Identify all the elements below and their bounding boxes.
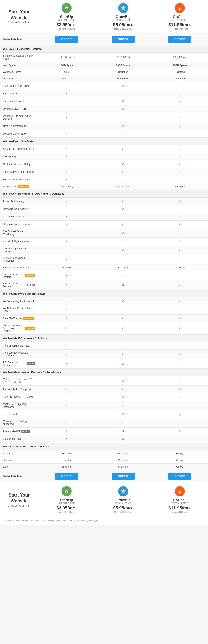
table-row: MySQL & PostgreSQL Databases✓✓✓ <box>0 401 208 410</box>
check-icon: ✓ <box>178 132 181 136</box>
check-icon: ✓ <box>122 215 124 218</box>
bottom-order-growbig-button[interactable]: ORDER <box>112 472 134 480</box>
bottom-plan-growbig: ⭐ GrowBig SPECIAL PRICE $5.95/mo. Regula… <box>95 483 151 516</box>
top-order-growbig: ORDER <box>95 34 151 45</box>
feature-cell-2-3-0: ✓ <box>38 220 95 228</box>
feature-name-0-3: Data Transfer <box>0 76 38 82</box>
feature-cell-0-0-0: ~ 10,000 Visits <box>38 53 95 62</box>
title-cell: Start Your Website Choose Your Plan <box>0 0 38 33</box>
feature-name-5-0: Multiple PHP Versions (7.2, 7.1, 7.0 and… <box>0 376 38 385</box>
feature-cell-0-3-2: Unmetered <box>151 76 208 82</box>
feature-cell-0-7-0: ✓ <box>38 105 95 112</box>
top-order-row: Order This Plan ORDER ORDER ORDER <box>0 33 208 45</box>
check-icon: ✓ <box>178 116 181 120</box>
table-row: Free Let's Encrypt SSL Certificates✓✓✓ <box>0 350 208 359</box>
table-row: PCI Compliant ServersGEEKY✗✗✓ <box>0 359 208 368</box>
feature-name-2-6: Proactive updates and patches <box>0 245 38 254</box>
table-row: LXC-based stability✓✓✓ <box>0 213 208 220</box>
check-icon: ✓ <box>178 352 181 356</box>
check-icon: ✓ <box>122 344 124 348</box>
bottom-order-startup: ORDER <box>38 470 95 482</box>
table-row: The Fastest Server Monitoring✓✓✓ <box>0 228 208 238</box>
feature-cell-3-3-0: ✗ <box>38 322 95 334</box>
feature-name-2-4: The Fastest Server Monitoring <box>0 228 38 238</box>
main-title-line1: Start Your Website <box>3 9 35 20</box>
check-icon: ✓ <box>65 162 68 166</box>
feature-cell-2-1-2: ✓ <box>151 205 208 213</box>
feature-cell-0-6-0: ✓ <box>38 98 95 105</box>
section-header-3: We Provide More Support, Faster! <box>0 290 208 298</box>
feature-cell-0-2-1: Unlimited <box>95 69 151 75</box>
feature-cell-4-2-1: ✗ <box>95 359 151 368</box>
gogeek-regular: Regular $34.95/mo. <box>153 28 206 30</box>
feature-name-3-1: We Help Via Phone, Chat & Tickets <box>0 305 38 314</box>
growbig-name: GrowBig <box>97 15 149 19</box>
feature-cell-6-1-1: Premium <box>95 457 151 464</box>
table-row: Free Backups on DemandGEEKY✗✗✓ <box>0 280 208 290</box>
feature-cell-3-1-0: ✓ <box>38 305 95 314</box>
feature-cell-2-4-0: ✓ <box>38 228 95 238</box>
bottom-order-growbig: ORDER <box>95 470 151 482</box>
top-order-startup-button[interactable]: ORDER <box>55 36 78 43</box>
bottom-order-startup-button[interactable]: ORDER <box>55 472 78 480</box>
cross-icon: ✗ <box>65 362 68 366</box>
cross-icon: ✗ <box>65 326 68 330</box>
check-icon: ✓ <box>122 99 124 103</box>
feature-cell-0-9-1: ✓ <box>95 122 151 130</box>
table-row: Power Redundancy✓✓✓ <box>0 198 208 205</box>
feature-cell-2-4-1: ✓ <box>95 228 151 238</box>
check-icon: ✓ <box>122 308 124 312</box>
feature-cell-2-1-1: ✓ <box>95 205 151 213</box>
section-title-1: We Load Your Site Faster <box>0 138 208 145</box>
startup-special-label: SPECIAL PRICE <box>40 19 93 21</box>
top-order-gogeek-button[interactable]: ORDER <box>168 36 191 43</box>
feature-cell-5-4-1: ✓ <box>95 410 151 418</box>
feature-cell-2-8-2: 30 Copies <box>151 264 208 271</box>
feature-name-4-1: Free Let's Encrypt SSL Certificates <box>0 350 38 359</box>
table-row: Free CDN with Each Account✓✓✓ <box>0 168 208 176</box>
check-icon: ✓ <box>65 395 68 399</box>
table-row: Data TransferUnmeteredUnmeteredUnmetered <box>0 76 208 82</box>
check-icon: ✓ <box>122 299 124 303</box>
section-title-4: We Provide E-Commerce Solutions <box>0 335 208 342</box>
feature-name-2-10: Free Backups on DemandGEEKY <box>0 280 38 290</box>
check-icon: ✓ <box>65 84 68 88</box>
bottom-plan-gogeek: 🔥 GoGeek SPECIAL PRICE $11.95/mo. Regula… <box>151 483 208 516</box>
check-icon: ✓ <box>178 99 181 103</box>
feature-cell-0-7-2: ✓ <box>151 105 208 112</box>
footer-note: Note: Promo price applicable for the fir… <box>0 516 208 525</box>
feature-cell-1-0-1: ✓ <box>95 145 151 152</box>
check-icon: ✓ <box>178 362 181 366</box>
check-icon: ✓ <box>178 107 181 111</box>
check-icon: ✓ <box>178 84 181 88</box>
top-order-growbig-button[interactable]: ORDER <box>112 36 134 43</box>
feature-name-0-5: Free CMS Install <box>0 90 38 97</box>
feature-name-1-0: Servers on Three Continents <box>0 145 38 152</box>
bottom-startup-price: $3.95/mo. <box>40 506 93 511</box>
feature-name-4-0: Free Shopping Cart Install <box>0 342 38 350</box>
feature-cell-3-2-0: ✗ <box>38 314 95 322</box>
table-row: Free Site TransferPREMIUM✗✓✓ <box>0 314 208 322</box>
table-row: Anti-Hack Systems & Help✓✓✓ <box>0 238 208 245</box>
feature-name-5-2: Free SSH and SFTP Access <box>0 393 38 401</box>
feature-cell-3-0-0: ✓ <box>38 298 95 305</box>
feature-cell-0-8-2: ✓ <box>151 113 208 122</box>
check-icon: ✓ <box>178 240 181 243</box>
bottom-title-line1: Start Your Website <box>3 492 35 504</box>
feature-cell-2-2-1: ✓ <box>95 213 151 220</box>
feature-cell-4-1-2: ✓ <box>151 350 208 359</box>
check-icon: ✓ <box>178 379 181 383</box>
bottom-growbig-name: GrowBig <box>97 498 149 502</box>
badge-premium: PREMIUM <box>18 185 29 188</box>
feature-name-6-1: Databases <box>0 457 38 464</box>
feature-name-5-1: Perl and Python Supported <box>0 386 38 393</box>
gogeek-special-label: SPECIAL PRICE <box>153 19 206 21</box>
badge-premium: PREMIUM <box>23 317 34 320</box>
table-row: Websites HostedOneUnlimitedUnlimited <box>0 69 208 76</box>
bottom-order-gogeek-button[interactable]: ORDER <box>168 472 191 480</box>
badge-premium: PREMIUM <box>25 274 35 277</box>
bottom-header-row: Start Your Website Choose Your Plan 🏠 St… <box>0 483 208 516</box>
feature-name-3-2: Free Site TransferPREMIUM <box>0 314 38 322</box>
feature-name-0-10: 30 Days Money Back <box>0 130 38 138</box>
feature-cell-0-6-1: ✓ <box>95 98 151 105</box>
